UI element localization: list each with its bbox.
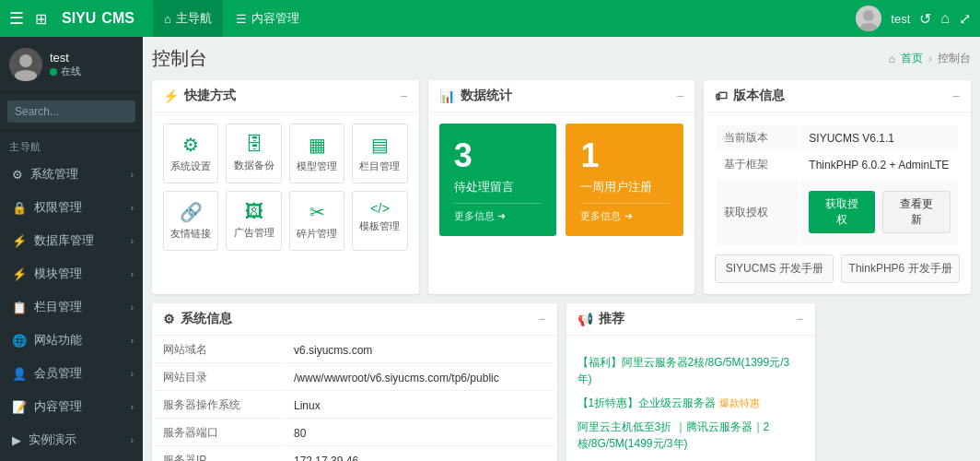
sidebar-section-title: 主导航 bbox=[0, 131, 143, 158]
sysinfo-card: ⚙ 系统信息 − 网站域名v6.siyucms.com 网站目录/www/www… bbox=[152, 303, 557, 461]
version-minimize[interactable]: − bbox=[952, 89, 960, 103]
module-icon: ⚡ bbox=[12, 267, 27, 281]
quick-item-sys-settings[interactable]: ⚙ 系统设置 bbox=[163, 124, 218, 183]
sidebar-user: test 在线 bbox=[0, 37, 143, 93]
quick-item-template-label: 模板管理 bbox=[359, 219, 400, 233]
quick-item-friend-link-label: 友情链接 bbox=[170, 227, 211, 241]
recommend-list: 【福利】阿里云服务器2核/8G/5M(1399元/3年) 【1折特惠】企业级云服… bbox=[578, 347, 804, 459]
status-dot bbox=[50, 68, 57, 76]
recommend-tag-1: 爆款特惠 bbox=[719, 397, 760, 408]
version-label-current: 当前版本 bbox=[717, 125, 799, 150]
recommend-link-2[interactable]: 阿里云主机低至3折 ｜腾讯云服务器｜2核/8G/5M(1499元/3年) bbox=[578, 420, 770, 450]
status-label: 在线 bbox=[61, 65, 81, 78]
topnav: ☰ ⊞ SIYU CMS ⌂ 主导航 ☰ 内容管理 test ↺ ⌂ ⤢ bbox=[0, 0, 980, 37]
quick-item-column-mgmt[interactable]: ▤ 栏目管理 bbox=[352, 124, 407, 183]
expand-icon[interactable]: ⤢ bbox=[959, 10, 971, 28]
stat-pending-number: 3 bbox=[454, 136, 542, 175]
chevron-right-icon-8: › bbox=[131, 402, 134, 412]
stats-minimize[interactable]: − bbox=[676, 89, 683, 103]
quick-item-template[interactable]: </> 模板管理 bbox=[352, 191, 407, 251]
siyucms-manual-btn[interactable]: SIYUCMS 开发手册 bbox=[715, 254, 834, 283]
quick-item-column-label: 栏目管理 bbox=[359, 160, 400, 173]
sysinfo-table: 网站域名v6.siyucms.com 网站目录/www/wwwroot/v6.s… bbox=[152, 336, 557, 461]
stat-weekly-reg[interactable]: 1 一周用户注册 更多信息 ➜ bbox=[566, 124, 683, 236]
search-input[interactable] bbox=[7, 100, 135, 123]
demo-icon: ▶ bbox=[12, 433, 21, 447]
quick-actions-title: ⚡ 快捷方式 bbox=[163, 88, 236, 104]
sidebar-username: test bbox=[50, 51, 81, 65]
fragment-icon: ✂ bbox=[309, 201, 325, 223]
sidebar-item-content-mgmt[interactable]: 📝 内容管理 › bbox=[0, 390, 143, 423]
thinkphp-manual-btn[interactable]: ThinkPHP6 开发手册 bbox=[841, 254, 960, 283]
quick-item-db-backup[interactable]: 🗄 数据备份 bbox=[226, 124, 281, 183]
version-value-current: SIYUCMS V6.1.1 bbox=[801, 125, 958, 150]
content-mgmt-icon: ☰ bbox=[236, 12, 247, 26]
recommend-minimize[interactable]: − bbox=[796, 312, 803, 326]
sysinfo-row-0: 网站域名v6.siyucms.com bbox=[154, 337, 555, 363]
topnav-item-content-mgmt[interactable]: ☰ 内容管理 bbox=[225, 0, 310, 37]
sidebar-item-permission-mgmt[interactable]: 🔒 权限管理 › bbox=[0, 191, 143, 224]
quick-actions-card: ⚡ 快捷方式 − ⚙ 系统设置 🗄 数据备份 bbox=[152, 80, 419, 294]
breadcrumb-current: 控制台 bbox=[938, 51, 971, 66]
version-title: 🏷 版本信息 bbox=[715, 88, 785, 104]
system-mgmt-icon: ⚙ bbox=[12, 168, 23, 182]
sidebar-item-module-label: 模块管理 bbox=[34, 266, 82, 282]
sidebar-item-system-mgmt-label: 系统管理 bbox=[30, 166, 78, 183]
sysinfo-icon: ⚙ bbox=[163, 312, 175, 326]
sidebar-item-module-mgmt[interactable]: ⚡ 模块管理 › bbox=[0, 257, 143, 290]
stats-title: 📊 数据统计 bbox=[439, 88, 512, 104]
sidebar-item-system-mgmt[interactable]: ⚙ 系统管理 › bbox=[0, 158, 143, 191]
quick-item-model-mgmt[interactable]: ▦ 模型管理 bbox=[289, 124, 344, 183]
stat-weekly-label: 一周用户注册 bbox=[580, 179, 669, 195]
right-panel: 📢 推荐 − 【福利】阿里云服务器2核/8G/5M(1399元/3年) 【1折特… bbox=[566, 303, 815, 461]
quick-actions-minimize[interactable]: − bbox=[400, 89, 407, 103]
layout: test 在线 主导航 ⚙ 系统管理 › 🔒 权限管理 › bbox=[0, 37, 980, 461]
site-icon: 🌐 bbox=[12, 334, 27, 348]
sidebar-item-column-label: 栏目管理 bbox=[34, 299, 82, 315]
refresh-icon[interactable]: ↺ bbox=[919, 10, 931, 28]
menu-toggle-icon[interactable]: ☰ bbox=[9, 8, 24, 29]
recommend-body: 【福利】阿里云服务器2核/8G/5M(1399元/3年) 【1折特惠】企业级云服… bbox=[566, 336, 815, 461]
topnav-content-mgmt-label: 内容管理 bbox=[251, 10, 299, 27]
chevron-right-icon-2: › bbox=[131, 203, 134, 213]
topnav-item-main-nav[interactable]: ⌂ 主导航 bbox=[153, 0, 223, 37]
recommend-link-0[interactable]: 【福利】阿里云服务器2核/8G/5M(1399元/3年) bbox=[578, 356, 790, 385]
home-icon[interactable]: ⌂ bbox=[940, 10, 950, 27]
quick-item-fragment[interactable]: ✂ 碎片管理 bbox=[289, 191, 344, 251]
sidebar-avatar bbox=[9, 48, 42, 81]
recommend-title: 📢 推荐 bbox=[578, 311, 624, 327]
sidebar-item-column-mgmt[interactable]: 📋 栏目管理 › bbox=[0, 290, 143, 324]
quick-item-ad-label: 广告管理 bbox=[234, 226, 274, 240]
svg-point-2 bbox=[19, 54, 32, 67]
db-backup-icon: 🗄 bbox=[245, 134, 263, 155]
quick-item-friend-link[interactable]: 🔗 友情链接 bbox=[163, 191, 218, 251]
chevron-right-icon-9: › bbox=[131, 435, 134, 445]
quick-item-model-label: 模型管理 bbox=[297, 160, 337, 173]
top-grid: ⚡ 快捷方式 − ⚙ 系统设置 🗄 数据备份 bbox=[152, 80, 971, 294]
breadcrumb-home-link[interactable]: 首页 bbox=[901, 51, 923, 66]
recommend-item-0: 【福利】阿里云服务器2核/8G/5M(1399元/3年) bbox=[578, 350, 804, 391]
stat-pending-messages[interactable]: 3 待处理留言 更多信息 ➜ bbox=[439, 124, 557, 236]
authorize-button[interactable]: 获取授权 bbox=[809, 191, 875, 233]
version-card: 🏷 版本信息 − 当前版本 SIYUCMS V6.1.1 基于框架 ThinkP… bbox=[704, 80, 971, 294]
quick-item-db-backup-label: 数据备份 bbox=[234, 159, 274, 172]
friend-link-icon: 🔗 bbox=[180, 201, 203, 223]
sidebar-item-member-mgmt[interactable]: 👤 会员管理 › bbox=[0, 357, 143, 390]
recommend-icon: 📢 bbox=[578, 312, 593, 326]
version-value-framework: ThinkPHP 6.0.2 + AdminLTE bbox=[801, 152, 958, 177]
recommend-link-1[interactable]: 【1折特惠】企业级云服务器 爆款特惠 bbox=[578, 396, 760, 409]
breadcrumb-home-icon: ⌂ bbox=[889, 53, 895, 65]
sidebar-item-demo[interactable]: ▶ 实例演示 › bbox=[0, 423, 143, 456]
quick-item-ad-mgmt[interactable]: 🖼 广告管理 bbox=[226, 191, 281, 251]
sidebar-item-db-mgmt[interactable]: ⚡ 数据库管理 › bbox=[0, 224, 143, 257]
sidebar-item-site-func[interactable]: 🌐 网站功能 › bbox=[0, 324, 143, 357]
chevron-right-icon: › bbox=[131, 170, 134, 180]
sidebar-item-demo-label: 实例演示 bbox=[29, 431, 76, 448]
check-update-button[interactable]: 查看更新 bbox=[882, 191, 951, 233]
sidebar-item-db-label: 数据库管理 bbox=[34, 232, 94, 249]
version-label-license: 获取授权 bbox=[717, 179, 799, 245]
brand-name: SIYU bbox=[62, 10, 96, 27]
main-content: 控制台 ⌂ 首页 › 控制台 ⚡ 快捷方式 − bbox=[143, 37, 980, 461]
sysinfo-minimize[interactable]: − bbox=[538, 312, 545, 326]
apps-icon[interactable]: ⊞ bbox=[35, 10, 47, 28]
